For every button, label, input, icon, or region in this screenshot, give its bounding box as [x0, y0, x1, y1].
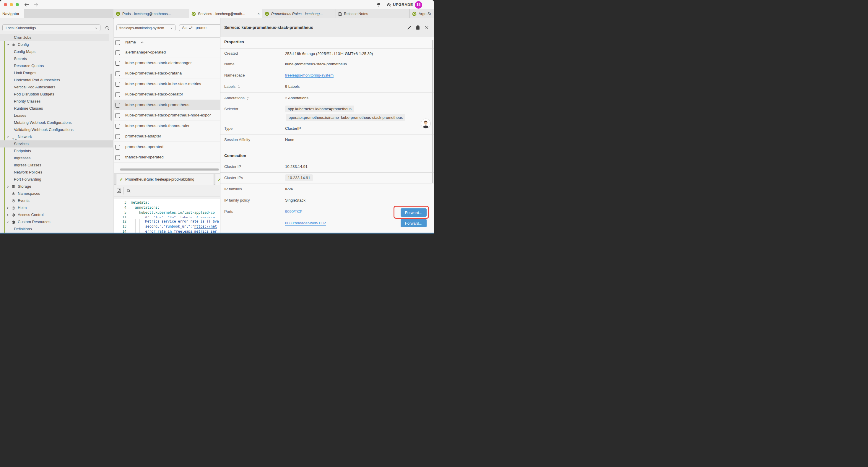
sort-asc-icon[interactable]	[141, 41, 144, 43]
upgrade-icon[interactable]	[386, 3, 391, 6]
sidebar-item-cron-jobs[interactable]: Cron Jobs	[0, 34, 109, 41]
sidebar-item-endpoints[interactable]: Endpoints	[0, 147, 109, 154]
edit-pencil-icon[interactable]	[407, 25, 411, 30]
runbook-url-link[interactable]: https://net	[194, 224, 217, 229]
row-checkbox[interactable]	[115, 71, 120, 76]
sidebar-item-config-maps[interactable]: Config Maps	[0, 48, 109, 55]
close-icon[interactable]	[425, 26, 429, 30]
horizontal-scrollbar[interactable]	[120, 169, 219, 171]
row-checkbox[interactable]	[115, 103, 120, 108]
chevron-down-icon[interactable]	[6, 136, 9, 138]
chevron-right-icon[interactable]	[6, 185, 9, 188]
sidebar-item-secrets[interactable]: Secrets	[0, 55, 109, 62]
zoom-window-button[interactable]	[16, 3, 19, 6]
sidebar-item-priority-classes[interactable]: Priority Classes	[0, 98, 109, 105]
trash-icon[interactable]	[416, 25, 420, 30]
row-checkbox[interactable]	[115, 124, 120, 128]
sidebar-item-custom-resources[interactable]: Custom Resources	[0, 218, 109, 226]
namespace-link[interactable]: freeleaps-monitoring-system	[285, 73, 334, 78]
forward-button[interactable]: Forward...	[401, 219, 427, 227]
sidebar-item-definitions[interactable]: Definitions	[0, 226, 109, 233]
namespace-selector[interactable]: freeleaps-monitoring-system	[116, 24, 176, 31]
row-checkbox[interactable]	[115, 113, 120, 118]
sidebar-item-resource-quotas[interactable]: Resource Quotas	[0, 62, 109, 69]
table-row[interactable]: kube-prometheus-stack-thanos-ruler	[114, 121, 220, 132]
tab-prometheus-rules-icecheng[interactable]: Prometheus Rules - icecheng...	[262, 9, 336, 18]
table-row[interactable]: kube-prometheus-stack-kube-state-metrics	[114, 79, 220, 90]
sidebar-item-leases[interactable]: Leases	[0, 112, 109, 119]
sidebar-item-ingress-classes[interactable]: Ingress Classes	[0, 162, 109, 169]
sidebar-item-horizontal-pod-autoscalers[interactable]: Horizontal Pod Autoscalers	[0, 77, 109, 84]
table-row[interactable]: prometheus-operated	[114, 142, 220, 152]
sidebar-item-config[interactable]: Config	[0, 41, 109, 48]
sidebar-item-storage[interactable]: Storage	[0, 183, 109, 190]
assistant-avatar[interactable]	[421, 119, 431, 128]
sidebar-item-access-control[interactable]: Access Control	[0, 211, 109, 218]
table-row[interactable]: prometheus-adapter	[114, 131, 220, 142]
tab-release-notes[interactable]: Release Notes	[336, 9, 410, 18]
panel-scrollbar[interactable]	[432, 40, 433, 183]
minimize-window-button[interactable]	[10, 3, 13, 6]
chevron-down-icon[interactable]	[6, 221, 9, 224]
sidebar-item-mutating-webhook-configurations[interactable]: Mutating Webhook Configurations	[0, 119, 109, 126]
editor-tab-partial[interactable]	[215, 174, 220, 185]
sidebar-item-network-policies[interactable]: Network Policies	[0, 169, 109, 176]
port-link[interactable]: 8080:reloader-web/TCP	[285, 221, 326, 226]
search-icon[interactable]	[105, 26, 109, 30]
sidebar-item-services[interactable]: Services	[0, 140, 114, 147]
regex-icon[interactable]: *	[189, 24, 193, 32]
expand-collapse-icon[interactable]	[247, 97, 249, 100]
table-row[interactable]: alertmanager-operated	[114, 47, 220, 58]
sidebar-scrollbar[interactable]	[111, 74, 112, 121]
sidebar-item-runtime-classes[interactable]: Runtime Classes	[0, 105, 109, 112]
row-checkbox[interactable]	[115, 155, 120, 160]
kubeconfig-selector[interactable]: Local Kubeconfigs	[2, 24, 100, 31]
row-checkbox[interactable]	[115, 61, 120, 66]
sidebar-item-limit-ranges[interactable]: Limit Ranges	[0, 69, 109, 77]
table-row[interactable]: thanos-ruler-operated	[114, 152, 220, 163]
sidebar-item-validating-webhook-configurations[interactable]: Validating Webhook Configurations	[0, 126, 109, 133]
table-row[interactable]: kube-prometheus-stack-prometheus	[114, 100, 220, 111]
row-checkbox[interactable]	[115, 50, 120, 55]
search-icon[interactable]	[127, 189, 131, 193]
sidebar-item-vertical-pod-autoscalers[interactable]: Vertical Pod Autoscalers	[0, 84, 109, 91]
sidebar-item-namespaces[interactable]: Namespaces	[0, 190, 109, 197]
tab-pods-icecheng-mathmas[interactable]: Pods - icecheng@mathmas...	[114, 9, 189, 18]
bell-icon[interactable]	[376, 2, 381, 7]
row-checkbox[interactable]	[115, 82, 120, 87]
row-checkbox[interactable]	[115, 134, 120, 139]
chevron-right-icon[interactable]	[6, 214, 9, 216]
close-tab-icon[interactable]: ×	[257, 11, 260, 16]
editor-tab-prometheusrule[interactable]: PrometheusRule: freeleaps-prod-rabbitmq	[116, 174, 214, 185]
yaml-editor[interactable]: 3metadata:4 annotations:5 kubectl.kubern…	[114, 199, 220, 233]
tab-navigator[interactable]: Navigator	[0, 9, 24, 18]
table-row[interactable]: kube-prometheus-stack-grafana	[114, 68, 220, 79]
forward-icon[interactable]	[33, 3, 38, 6]
upgrade-label[interactable]: UPGRADE	[393, 2, 413, 7]
chevron-right-icon[interactable]	[6, 207, 9, 209]
sidebar-item-port-forwarding[interactable]: Port Forwarding	[0, 176, 109, 183]
column-header-name[interactable]: Name	[125, 37, 136, 47]
match-case-icon[interactable]: Aa	[182, 24, 186, 31]
sidebar-item-helm[interactable]: Helm	[0, 204, 109, 211]
chevron-down-icon[interactable]	[6, 43, 9, 46]
table-row[interactable]: kube-prometheus-stack-alertmanager	[114, 58, 220, 68]
sidebar-item-pod-disruption-budgets[interactable]: Pod Disruption Budgets	[0, 91, 109, 98]
table-row[interactable]: kube-prometheus-stack-prometheus-node-ex…	[114, 110, 220, 121]
notification-badge[interactable]: 15	[415, 1, 422, 8]
filter-input[interactable]: Aa * prome	[179, 24, 220, 31]
expand-collapse-icon[interactable]	[238, 85, 240, 88]
select-all-checkbox[interactable]	[115, 40, 120, 45]
back-icon[interactable]	[24, 3, 29, 6]
tab-services-icecheng-math[interactable]: Services - icecheng@math...×	[189, 9, 262, 18]
sidebar-item-events[interactable]: Events	[0, 197, 109, 204]
save-icon[interactable]	[117, 188, 121, 193]
close-window-button[interactable]	[4, 3, 7, 6]
sidebar-item-ingresses[interactable]: Ingresses	[0, 154, 109, 162]
row-checkbox[interactable]	[115, 145, 120, 150]
port-link[interactable]: 9090/TCP	[285, 209, 303, 214]
table-row[interactable]: kube-prometheus-stack-operator	[114, 89, 220, 100]
row-checkbox[interactable]	[115, 92, 120, 97]
tab-argo-se[interactable]: Argo Se	[410, 9, 434, 18]
sidebar-item-network[interactable]: ↑↓Network	[0, 133, 109, 140]
